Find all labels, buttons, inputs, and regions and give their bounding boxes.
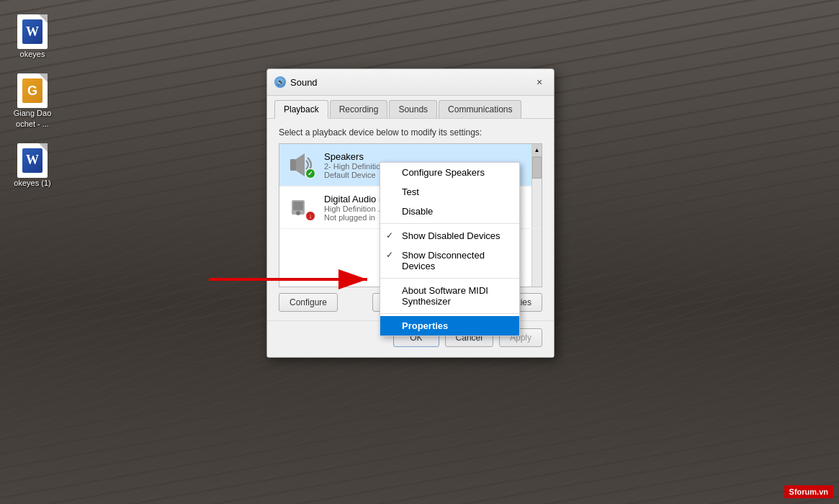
context-show-disabled[interactable]: Show Disabled Devices	[380, 226, 519, 246]
tab-sounds[interactable]: Sounds	[389, 100, 437, 118]
tab-playback[interactable]: Playback	[274, 100, 328, 119]
context-disable[interactable]: Disable	[380, 202, 519, 221]
dialog-icon: 🔊	[274, 76, 286, 88]
context-test[interactable]: Test	[380, 182, 519, 202]
icon-word-1[interactable]: W okeyes	[7, 14, 58, 59]
dialog-title: Sound	[290, 77, 318, 88]
icon-label-1: okeyes	[20, 49, 45, 59]
speakers-name: Speakers	[324, 151, 534, 162]
desktop-icons: W okeyes G Giang Dao ochet - ... W okeye…	[0, 0, 65, 202]
context-show-disconnected[interactable]: Show Disconnected Devices	[380, 246, 519, 276]
speakers-status-badge: ✓	[305, 168, 315, 179]
context-separator-1	[380, 223, 519, 224]
digital-audio-status-badge: ↓	[305, 211, 315, 221]
context-about-midi[interactable]: About Software MIDI Synthesizer	[380, 281, 519, 311]
context-properties[interactable]: Properties	[380, 316, 519, 336]
close-button[interactable]: ×	[532, 75, 547, 89]
context-separator-3	[380, 313, 519, 314]
dialog-titlebar: 🔊 Sound ×	[267, 69, 554, 96]
tab-recording[interactable]: Recording	[330, 100, 388, 118]
watermark: Sforum.vn	[784, 485, 833, 498]
context-separator-2	[380, 278, 519, 279]
tab-communications[interactable]: Communications	[439, 100, 521, 118]
svg-point-6	[296, 211, 300, 215]
icon-label-2: Giang Dao ochet - ...	[14, 108, 52, 129]
svg-rect-5	[293, 202, 303, 210]
context-configure-speakers[interactable]: Configure Speakers	[380, 163, 519, 182]
icon-label-3: okeyes (1)	[14, 178, 50, 188]
context-menu: Configure Speakers Test Disable Show Dis…	[380, 162, 520, 336]
svg-rect-2	[290, 159, 296, 171]
digital-audio-device-icon: ↓	[287, 192, 317, 222]
instruction-text: Select a playback device below to modify…	[279, 127, 542, 138]
desktop: W okeyes G Giang Dao ochet - ... W okeye…	[0, 0, 839, 504]
speaker-device-icon: ✓	[287, 150, 317, 180]
configure-button[interactable]: Configure	[279, 293, 338, 312]
tutorial-arrow	[202, 269, 382, 290]
icon-word-2[interactable]: W okeyes (1)	[7, 143, 58, 188]
icon-pdf[interactable]: G Giang Dao ochet - ...	[7, 73, 58, 129]
svg-marker-3	[296, 153, 305, 176]
tab-bar: Playback Recording Sounds Communications	[267, 96, 554, 119]
